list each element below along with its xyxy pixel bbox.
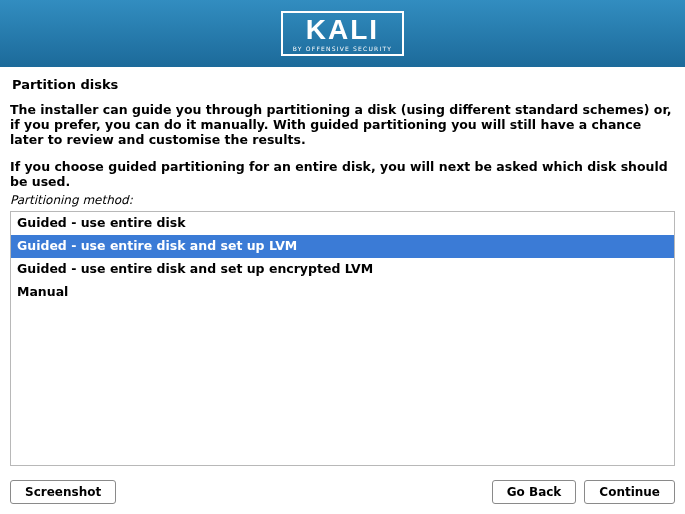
header-banner: KALI BY OFFENSIVE SECURITY	[0, 0, 685, 67]
partitioning-method-list[interactable]: Guided - use entire diskGuided - use ent…	[10, 211, 675, 466]
page-title: Partition disks	[0, 67, 685, 96]
partition-option[interactable]: Guided - use entire disk and set up encr…	[11, 258, 674, 281]
kali-logo: KALI BY OFFENSIVE SECURITY	[281, 11, 404, 56]
logo-subtitle: BY OFFENSIVE SECURITY	[293, 46, 392, 52]
partition-option[interactable]: Manual	[11, 281, 674, 304]
content-area: The installer can guide you through part…	[0, 96, 685, 472]
partitioning-method-label: Partitioning method:	[10, 193, 675, 207]
partition-option[interactable]: Guided - use entire disk and set up LVM	[11, 235, 674, 258]
intro-text-2: If you choose guided partitioning for an…	[10, 159, 675, 189]
go-back-button[interactable]: Go Back	[492, 480, 577, 504]
intro-text: The installer can guide you through part…	[10, 102, 675, 147]
screenshot-button[interactable]: Screenshot	[10, 480, 116, 504]
footer-bar: Screenshot Go Back Continue	[0, 472, 685, 514]
partition-option[interactable]: Guided - use entire disk	[11, 212, 674, 235]
logo-text: KALI	[306, 16, 379, 44]
continue-button[interactable]: Continue	[584, 480, 675, 504]
